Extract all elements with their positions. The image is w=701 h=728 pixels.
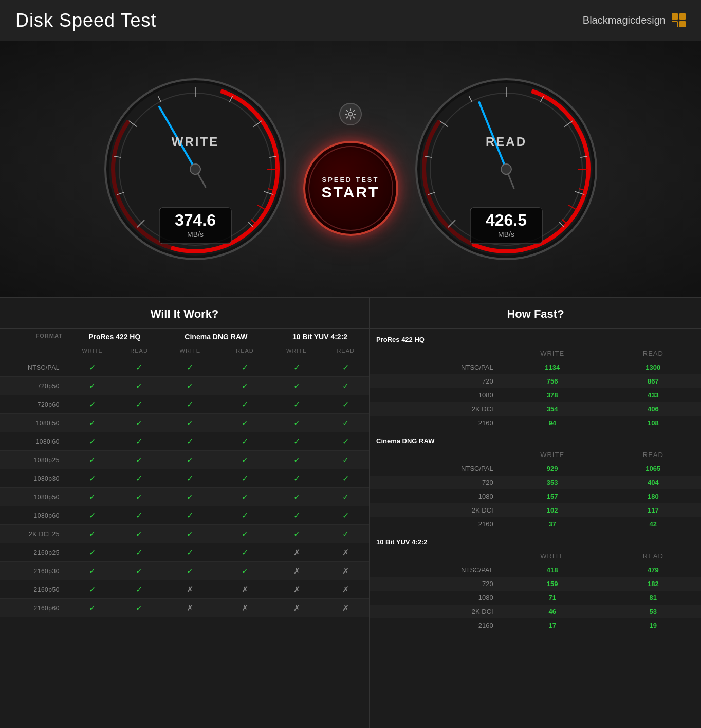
row-label: 720p60 xyxy=(0,395,68,414)
brand-squares-icon xyxy=(672,13,686,27)
check-cell: ✗ xyxy=(161,580,219,599)
check-icon: ✓ xyxy=(242,567,248,575)
check-icon: ✓ xyxy=(89,493,96,501)
check-icon: ✓ xyxy=(342,418,349,427)
row-label: NTSC/PAL xyxy=(370,563,500,577)
col-header xyxy=(370,448,500,462)
list-item: 2K DCI354406 xyxy=(370,402,701,416)
list-item: 21601719 xyxy=(370,618,701,632)
check-cell: ✓ xyxy=(117,599,161,617)
check-cell: ✓ xyxy=(68,451,117,469)
sub-header-row: WRITEREAD xyxy=(370,347,701,360)
check-icon: ✓ xyxy=(187,493,193,501)
sq4 xyxy=(679,21,686,27)
table-row: 1080p25✓✓✓✓✓✓ xyxy=(0,451,369,469)
read-gauge-display: 426.5 MB/s READ xyxy=(409,71,604,267)
check-icon: ✓ xyxy=(89,456,96,464)
check-cell: ✓ xyxy=(219,414,271,432)
start-btn-line2: START xyxy=(322,184,380,201)
check-icon: ✓ xyxy=(242,437,248,446)
speed-test-start-button[interactable]: SPEED TEST START xyxy=(303,141,398,236)
write-value: 1134 xyxy=(500,360,605,374)
check-icon: ✓ xyxy=(242,456,248,464)
check-icon: ✓ xyxy=(342,530,349,538)
row-label: 2160p30 xyxy=(0,562,68,580)
cross-icon: ✗ xyxy=(187,585,193,594)
read-value: 117 xyxy=(605,503,701,517)
check-icon: ✓ xyxy=(187,456,193,464)
yuv-read-header: READ xyxy=(322,343,369,358)
table-row: 2160p25✓✓✓✓✗✗ xyxy=(0,543,369,562)
group-name: ProRes 422 HQ xyxy=(370,329,701,347)
check-cell: ✓ xyxy=(161,395,219,414)
check-cell: ✓ xyxy=(219,451,271,469)
check-cell: ✓ xyxy=(68,599,117,617)
cinema-dng-header: Cinema DNG RAW xyxy=(161,329,271,343)
list-item: 2K DCI4653 xyxy=(370,605,701,618)
write-value: 157 xyxy=(500,489,605,503)
check-cell: ✓ xyxy=(219,562,271,580)
svg-text:374.6: 374.6 xyxy=(174,211,215,229)
settings-button[interactable] xyxy=(339,103,362,125)
read-value: 433 xyxy=(605,388,701,402)
row-label: 720 xyxy=(370,476,500,489)
check-icon: ✓ xyxy=(293,493,300,501)
read-value: 19 xyxy=(605,618,701,632)
row-label: 2160 xyxy=(370,618,500,632)
check-cell: ✓ xyxy=(271,525,322,543)
svg-text:MB/s: MB/s xyxy=(187,230,204,239)
write-value: 159 xyxy=(500,577,605,591)
check-icon: ✓ xyxy=(242,381,248,390)
col-header: WRITE xyxy=(500,347,605,360)
table-row: 1080p50✓✓✓✓✓✓ xyxy=(0,488,369,506)
start-button-wrap: SPEED TEST START xyxy=(303,103,398,236)
svg-line-34 xyxy=(353,110,354,111)
check-icon: ✓ xyxy=(136,400,142,409)
check-cell: ✓ xyxy=(117,377,161,395)
table-row: 2K DCI 25✓✓✓✓✓✓ xyxy=(0,525,369,543)
check-cell: ✓ xyxy=(68,562,117,580)
check-cell: ✓ xyxy=(322,451,369,469)
list-item: 720353404 xyxy=(370,476,701,489)
check-icon: ✓ xyxy=(242,493,248,501)
check-cell: ✓ xyxy=(161,506,219,525)
row-label: 2160 xyxy=(370,517,500,531)
check-icon: ✓ xyxy=(187,363,193,372)
check-icon: ✓ xyxy=(89,567,96,575)
row-label: 2K DCI xyxy=(370,503,500,517)
check-cell: ✓ xyxy=(68,543,117,562)
check-cell: ✗ xyxy=(219,599,271,617)
check-cell: ✓ xyxy=(271,451,322,469)
check-cell: ✓ xyxy=(68,580,117,599)
check-cell: ✓ xyxy=(219,432,271,451)
app-title: Disk Speed Test xyxy=(15,10,156,31)
check-cell: ✓ xyxy=(117,580,161,599)
table-row: 2160p50✓✓✗✗✗✗ xyxy=(0,580,369,599)
col-header: READ xyxy=(605,448,701,462)
empty-header xyxy=(0,343,68,358)
check-icon: ✓ xyxy=(136,567,142,575)
cross-icon: ✗ xyxy=(342,585,349,594)
check-icon: ✓ xyxy=(293,474,300,483)
check-cell: ✓ xyxy=(117,525,161,543)
check-cell: ✓ xyxy=(271,395,322,414)
check-icon: ✓ xyxy=(89,585,96,594)
check-icon: ✓ xyxy=(89,418,96,427)
check-cell: ✓ xyxy=(161,488,219,506)
check-cell: ✗ xyxy=(219,580,271,599)
check-icon: ✓ xyxy=(89,400,96,409)
check-cell: ✓ xyxy=(271,506,322,525)
check-icon: ✓ xyxy=(342,437,349,446)
check-icon: ✓ xyxy=(89,511,96,520)
col-header: READ xyxy=(605,549,701,563)
row-label: 1080p25 xyxy=(0,451,68,469)
write-value: 17 xyxy=(500,618,605,632)
check-cell: ✗ xyxy=(322,543,369,562)
check-cell: ✓ xyxy=(117,414,161,432)
cross-icon: ✗ xyxy=(242,604,248,612)
check-icon: ✓ xyxy=(342,511,349,520)
check-cell: ✓ xyxy=(117,488,161,506)
check-cell: ✓ xyxy=(271,469,322,488)
list-item: 720159182 xyxy=(370,577,701,591)
check-cell: ✓ xyxy=(68,414,117,432)
